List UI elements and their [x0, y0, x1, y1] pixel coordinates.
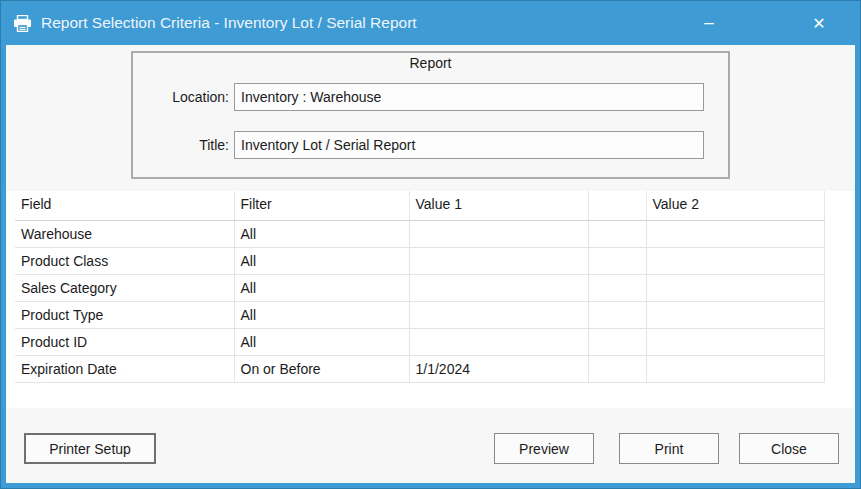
column-header-spacer — [588, 191, 646, 220]
field-cell: Warehouse — [15, 220, 234, 247]
location-input[interactable] — [234, 83, 704, 111]
criteria-header-row: Field Filter Value 1 Value 2 — [15, 191, 824, 220]
criteria-row-product-id: Product ID All — [15, 328, 824, 355]
window-title: Report Selection Criteria - Inventory Lo… — [41, 14, 417, 32]
value2-cell[interactable] — [646, 274, 824, 301]
value2-cell[interactable] — [646, 220, 824, 247]
field-cell: Product ID — [15, 328, 234, 355]
filter-cell[interactable]: All — [234, 220, 409, 247]
value1-cell[interactable] — [409, 247, 588, 274]
value1-cell[interactable] — [409, 220, 588, 247]
criteria-row-product-type: Product Type All — [15, 301, 824, 328]
report-selection-dialog: Report Selection Criteria - Inventory Lo… — [0, 0, 861, 489]
print-button[interactable]: Print — [619, 433, 719, 464]
location-label: Location: — [133, 83, 229, 111]
title-row: Title: — [133, 131, 728, 159]
value1-cell[interactable] — [409, 301, 588, 328]
title-bar[interactable]: Report Selection Criteria - Inventory Lo… — [1, 1, 860, 45]
criteria-row-warehouse: Warehouse All — [15, 220, 824, 247]
printer-setup-button[interactable]: Printer Setup — [24, 433, 156, 464]
field-cell: Product Class — [15, 247, 234, 274]
spacer-cell — [588, 355, 646, 382]
minimize-button[interactable]: – — [689, 1, 729, 45]
title-label: Title: — [133, 131, 229, 159]
field-cell: Sales Category — [15, 274, 234, 301]
field-cell: Expiration Date — [15, 355, 234, 382]
filter-cell[interactable]: All — [234, 247, 409, 274]
value1-cell[interactable]: 1/1/2024 — [409, 355, 588, 382]
report-group-box: Report Location: Title: — [131, 51, 730, 179]
report-title-input[interactable] — [234, 131, 704, 159]
value1-cell[interactable] — [409, 328, 588, 355]
spacer-cell — [588, 328, 646, 355]
column-header-value2: Value 2 — [646, 191, 824, 220]
filter-cell[interactable]: On or Before — [234, 355, 409, 382]
spacer-cell — [588, 220, 646, 247]
criteria-table-panel: Field Filter Value 1 Value 2 Warehouse A… — [6, 191, 855, 408]
value2-cell[interactable] — [646, 247, 824, 274]
close-button[interactable]: Close — [739, 433, 839, 464]
value2-cell[interactable] — [646, 328, 824, 355]
spacer-cell — [588, 274, 646, 301]
criteria-table: Field Filter Value 1 Value 2 Warehouse A… — [15, 191, 825, 383]
value2-cell[interactable] — [646, 355, 824, 382]
printer-icon — [13, 15, 32, 32]
field-cell: Product Type — [15, 301, 234, 328]
column-header-filter: Filter — [234, 191, 409, 220]
criteria-row-sales-category: Sales Category All — [15, 274, 824, 301]
location-row: Location: — [133, 83, 728, 111]
filter-cell[interactable]: All — [234, 274, 409, 301]
filter-cell[interactable]: All — [234, 328, 409, 355]
spacer-cell — [588, 301, 646, 328]
column-header-field: Field — [15, 191, 234, 220]
criteria-row-expiration-date: Expiration Date On or Before 1/1/2024 — [15, 355, 824, 382]
spacer-cell — [588, 247, 646, 274]
value1-cell[interactable] — [409, 274, 588, 301]
dialog-body: Report Location: Title: Field — [6, 45, 855, 483]
criteria-row-product-class: Product Class All — [15, 247, 824, 274]
preview-button[interactable]: Preview — [494, 433, 594, 464]
column-header-value1: Value 1 — [409, 191, 588, 220]
close-window-button[interactable]: ✕ — [799, 1, 839, 45]
value2-cell[interactable] — [646, 301, 824, 328]
group-box-legend: Report — [133, 55, 728, 71]
filter-cell[interactable]: All — [234, 301, 409, 328]
